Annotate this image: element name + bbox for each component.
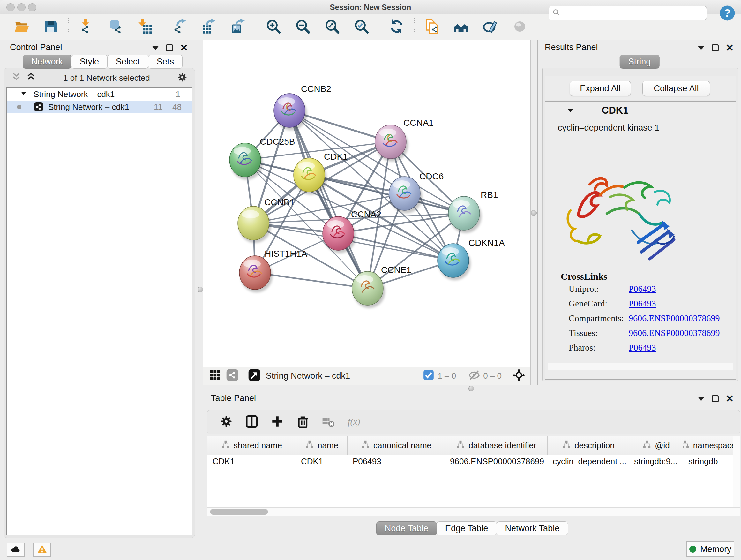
left-splitter[interactable] <box>198 40 203 385</box>
table-cell[interactable]: stringdb:9... <box>629 455 683 468</box>
hide-graphics-details-button[interactable] <box>505 17 535 38</box>
results-panel-minimize-icon[interactable] <box>697 46 704 50</box>
table-cell[interactable]: CDK1 <box>207 455 296 468</box>
column-header-namespace[interactable]: namespace <box>683 436 733 455</box>
network-node[interactable]: HIST1H1A <box>239 249 307 293</box>
show-graphics-details-button[interactable] <box>476 17 505 38</box>
collection-expander-icon[interactable] <box>19 89 28 100</box>
column-header-databaseidentifier[interactable]: database identifier <box>445 436 548 455</box>
table-row[interactable]: CDK1CDK1P064939606.ENSP00000378699cyclin… <box>207 455 733 468</box>
zoom-selected-button[interactable] <box>347 17 376 38</box>
network-view-bar: String Network – cdk1 1 – 0 0 – 0 <box>203 367 530 385</box>
crosslink-value-link[interactable]: P06493 <box>629 284 656 294</box>
column-header-description[interactable]: description <box>548 436 629 455</box>
clone-network-button[interactable] <box>417 17 447 38</box>
collapse-all-button[interactable]: Collapse All <box>643 81 710 96</box>
expand-network-list-icon[interactable] <box>25 72 37 84</box>
network-list-options-gear-icon[interactable] <box>177 72 188 84</box>
table-cell[interactable]: 9606.ENSP00000378699 <box>445 455 548 468</box>
tab-edge-table[interactable]: Edge Table <box>436 521 497 536</box>
birdseye-view-icon[interactable] <box>513 369 525 383</box>
table-options-gear-icon[interactable] <box>219 415 233 429</box>
control-panel-close-icon[interactable]: ✕ <box>180 44 188 51</box>
network-graph[interactable]: CCNB2 CCNA1 CDC25B CDK1 CDC6 RB1 CCNB1 <box>203 40 531 367</box>
tab-string[interactable]: String <box>620 55 660 69</box>
export-network-button[interactable] <box>165 17 194 38</box>
network-node[interactable]: CDKN1A <box>437 238 505 280</box>
first-neighbors-button[interactable] <box>447 17 476 38</box>
horizontal-splitter[interactable] <box>203 385 741 392</box>
gene-section-expander-icon[interactable] <box>566 106 575 115</box>
column-header-name[interactable]: name <box>296 436 347 455</box>
results-panel-close-icon[interactable]: ✕ <box>726 44 734 51</box>
crosslink-value-link[interactable]: P06493 <box>629 299 656 309</box>
column-header-sharedname[interactable]: shared name <box>207 436 296 455</box>
control-panel-minimize-icon[interactable] <box>152 46 159 50</box>
crosslink-value-link[interactable]: 9606.ENSP00000378699 <box>629 313 720 323</box>
table-cell[interactable]: cyclin–dependent ... <box>548 455 629 468</box>
gene-section-header[interactable]: CDK1 <box>545 102 736 119</box>
import-table-button[interactable] <box>130 17 159 38</box>
crosslink-value-link[interactable]: 9606.ENSP00000378699 <box>629 328 720 338</box>
memory-button[interactable]: Memory <box>686 541 734 557</box>
zoom-in-button[interactable] <box>259 17 288 38</box>
network-node[interactable]: CCNB1 <box>238 197 294 243</box>
horizontal-splitter-handle[interactable] <box>468 386 474 391</box>
expand-all-button[interactable]: Expand All <box>569 81 631 96</box>
save-session-button[interactable] <box>36 17 65 38</box>
control-panel-float-icon[interactable] <box>166 44 173 51</box>
delete-column-icon[interactable] <box>296 415 310 429</box>
help-button[interactable]: ? <box>719 5 736 21</box>
tab-network-table[interactable]: Network Table <box>496 521 568 536</box>
tab-style[interactable]: Style <box>71 55 108 69</box>
results-panel-float-icon[interactable] <box>712 44 719 51</box>
table-cell[interactable]: P06493 <box>347 455 445 468</box>
zoom-fit-button[interactable] <box>318 17 347 38</box>
column-header-id[interactable]: @id <box>629 436 683 455</box>
view-grid-icon[interactable] <box>209 369 221 383</box>
import-network-button[interactable] <box>71 17 100 38</box>
open-session-button[interactable] <box>7 17 36 38</box>
right-splitter[interactable] <box>531 40 538 385</box>
collapse-network-list-icon[interactable] <box>11 72 22 84</box>
table-vertical-scrollbar[interactable] <box>733 436 740 507</box>
import-database-button[interactable] <box>100 17 130 38</box>
tab-node-table[interactable]: Node Table <box>376 521 437 536</box>
export-table-button[interactable] <box>194 17 224 38</box>
show-columns-icon[interactable] <box>245 415 259 429</box>
network-node[interactable]: RB1 <box>448 190 498 233</box>
right-splitter-handle[interactable] <box>531 210 537 216</box>
table-hscroll-handle[interactable] <box>210 509 268 515</box>
table-panel-close-icon[interactable]: ✕ <box>726 395 734 402</box>
open-in-new-window-icon[interactable] <box>248 369 261 383</box>
table-panel-minimize-icon[interactable] <box>697 396 704 401</box>
save-session-icon <box>43 19 58 36</box>
zoom-out-button[interactable] <box>288 17 318 38</box>
selected-nodes-checkbox-icon[interactable] <box>422 369 435 383</box>
network-node[interactable]: CDK1 <box>293 152 348 195</box>
network-edge[interactable] <box>289 111 367 288</box>
search-input[interactable] <box>563 8 703 18</box>
network-node[interactable]: CCNB2 <box>274 84 331 130</box>
network-collection-row[interactable]: String Network – cdk1 1 <box>7 88 192 101</box>
table-panel-float-icon[interactable] <box>712 395 719 402</box>
column-header-canonicalname[interactable]: canonical name <box>347 436 445 455</box>
add-column-icon[interactable] <box>271 415 284 429</box>
cloud-status-button[interactable] <box>7 543 24 557</box>
view-string-icon[interactable] <box>226 369 239 383</box>
gene-details-scrollbar[interactable] <box>548 363 733 370</box>
table-horizontal-scrollbar[interactable] <box>207 507 740 516</box>
table-cell[interactable]: CDK1 <box>296 455 347 468</box>
network-node[interactable]: CCNA1 <box>375 118 434 162</box>
warnings-button[interactable] <box>33 543 51 557</box>
export-image-button[interactable] <box>224 17 253 38</box>
network-canvas[interactable]: CCNB2 CCNA1 CDC25B CDK1 CDC6 RB1 CCNB1 <box>203 40 531 385</box>
tab-select[interactable]: Select <box>107 55 148 69</box>
search-icon <box>552 8 560 18</box>
crosslink-value-link[interactable]: P06493 <box>629 343 656 353</box>
refresh-network-button[interactable] <box>382 17 411 38</box>
network-row[interactable]: String Network – cdk1 11 48 <box>7 101 192 113</box>
table-cell[interactable]: stringdb <box>683 455 733 468</box>
tab-sets[interactable]: Sets <box>148 55 183 69</box>
tab-network[interactable]: Network <box>23 55 71 69</box>
